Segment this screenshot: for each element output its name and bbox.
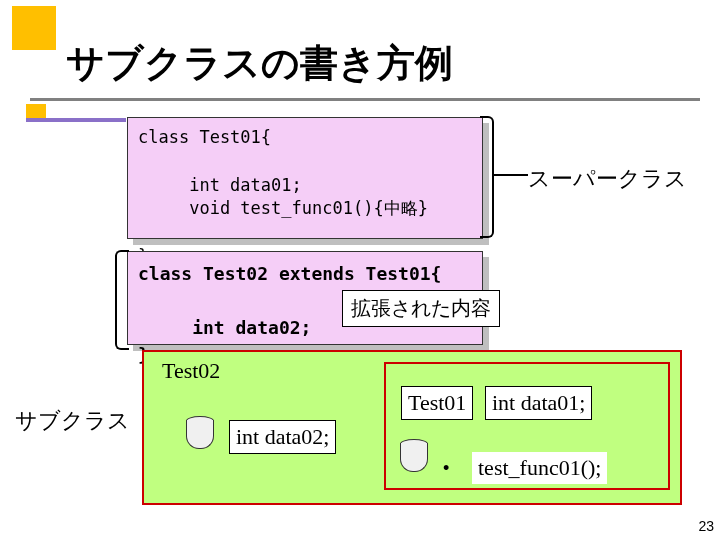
cylinder-icon [400,443,426,475]
data01-box: int data01; [485,386,592,420]
extended-content-label: 拡張された内容 [342,290,500,327]
data02-box: int data02; [229,420,336,454]
func01-box: test_func01(); [472,452,607,484]
page-number: 23 [698,518,714,534]
brace-right [480,116,494,238]
bullet-icon: • [443,458,449,479]
brace-left [115,250,129,350]
code-block-superclass: class Test01{ int data01; void test_func… [127,117,483,239]
slide-title: サブクラスの書き方例 [66,38,453,89]
decor-purple-line [26,118,126,122]
superclass-label: スーパークラス [528,164,687,194]
test01-title: Test01 [401,386,473,420]
subclass-label: サブクラス [15,406,130,436]
arrow-super [494,174,528,176]
title-underline [30,98,700,101]
test02-title: Test02 [162,358,220,384]
cylinder-icon [186,420,212,452]
decor-yellow-block [12,6,56,50]
